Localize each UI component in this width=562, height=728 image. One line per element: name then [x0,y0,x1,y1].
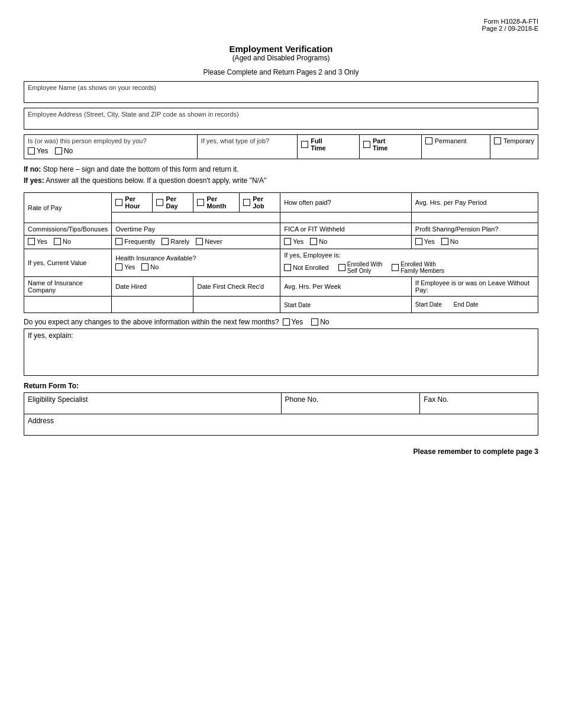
changes-no-box[interactable] [311,318,318,326]
health-no[interactable]: No [141,263,159,270]
page-info: Page 2 / 09-2018-E [24,25,538,32]
rate-value-cell [112,212,280,223]
not-enrolled-checkbox[interactable]: Not Enrolled [284,264,329,271]
enrolled-self-checkbox[interactable]: Enrolled WithSelf Only [338,261,382,274]
enrolled-family-label: Enrolled WithFamily Members [400,261,444,274]
per-hour-checkbox[interactable] [115,199,122,206]
changes-yes[interactable]: Yes [283,318,303,326]
comm-no-label: No [63,238,71,245]
per-job-checkbox[interactable] [243,199,250,206]
enrolled-family-checkbox[interactable]: Enrolled WithFamily Members [392,261,444,274]
leave-label: If Employee is or was on Leave Without P… [415,279,529,294]
avg-hrs-label: Avg. Hrs. per Pay Period [415,199,487,206]
profit-yes-box[interactable] [415,238,422,245]
yes-box[interactable] [28,147,35,154]
commissions-no[interactable]: No [54,238,71,245]
how-often-label: How often paid? [284,199,331,206]
employee-address-cell: Employee Address (Street, City, State an… [24,108,538,130]
avg-hrs-week-label: Avg. Hrs. Per Week [284,283,341,290]
temporary-checkbox[interactable] [494,137,501,144]
not-enrolled-box[interactable] [284,264,291,271]
health-yes-box[interactable] [115,263,122,270]
per-job-label: PerJob [253,195,264,210]
current-value-label-cell: If yes, Current Value [24,249,112,277]
date-first-check-cell: Date First Check Rec'd [193,277,280,297]
job-type-label: If yes, what type of job? [201,137,294,144]
date-hired-cell: Date Hired [112,277,193,297]
freq-label: Frequently [124,238,155,245]
yes-label: Yes [37,147,49,155]
frequently-checkbox[interactable]: Frequently [115,238,155,245]
remember-text: Please remember to complete page 3 [24,447,538,456]
fica-no-box[interactable] [310,238,317,245]
no-box[interactable] [55,147,62,154]
per-job-cell: PerJob [240,193,280,212]
part-time-checkbox[interactable] [363,141,370,148]
not-enrolled-label: Not Enrolled [293,264,329,271]
insurance-company-label: Name of Insurance Company [28,279,83,294]
commissions-label: Commissions/Tips/Bonuses [28,226,108,233]
profit-no-box[interactable] [441,238,448,245]
fica-no[interactable]: No [310,238,327,245]
commissions-yes[interactable]: Yes [28,238,47,245]
per-day-cell: PerDay [153,193,193,212]
health-no-box[interactable] [141,263,148,270]
enrolled-self-box[interactable] [338,264,345,271]
job-type-cell: If yes, what type of job? [197,135,298,159]
fica-yes[interactable]: Yes [284,238,303,245]
avg-hrs-cell: Avg. Hrs. per Pay Period [411,193,538,212]
rarely-label: Rarely [170,238,189,245]
fica-label-cell: FICA or FIT Withheld [280,223,412,236]
date-first-check-label: Date First Check Rec'd [197,283,264,290]
form-title: Employment Verification (Aged and Disabl… [24,44,538,62]
full-time-cell: FullTime [298,135,360,159]
leave-label-cell: If Employee is or was on Leave Without P… [411,277,538,297]
employee-name-label: Employee Name (as shows on your records) [28,84,534,91]
no-checkbox-employed[interactable]: No [55,147,73,155]
enrolled-family-box[interactable] [392,264,399,271]
health-yes[interactable]: Yes [115,263,135,270]
start-date-label2: Start Date [415,301,442,308]
leave-dates-cell: Start Date End Date [411,297,538,313]
profit-no-label: No [450,238,458,245]
changes-no[interactable]: No [311,318,329,326]
rarely-box[interactable] [162,238,169,245]
current-value-label: If yes, Current Value [28,259,86,266]
employee-name-table: Employee Name (as shows on your records) [24,81,538,103]
avg-hrs-week-cell: Avg. Hrs. Per Week [280,277,412,297]
comm-yes-box[interactable] [28,238,35,245]
full-time-checkbox[interactable] [301,141,308,148]
permanent-checkbox[interactable] [425,137,432,144]
rarely-checkbox[interactable]: Rarely [162,238,189,245]
yes-checkbox-employed[interactable]: Yes [28,147,49,155]
permanent-cell: Permanent [421,135,490,159]
comm-no-box[interactable] [54,238,61,245]
per-month-checkbox[interactable] [197,199,204,206]
per-day-checkbox[interactable] [156,199,163,206]
rate-of-pay-cell: Rate of Pay [24,193,112,223]
profit-no[interactable]: No [441,238,458,245]
address-label: Address [28,417,54,425]
freq-box[interactable] [115,238,122,245]
fica-no-label: No [319,238,327,245]
changes-yes-box[interactable] [283,318,290,326]
health-yes-label: Yes [124,263,135,270]
never-box[interactable] [196,238,203,245]
address-cell: Address [24,414,538,436]
fica-checkboxes-cell: Yes No [280,236,412,249]
employee-name-cell: Employee Name (as shows on your records) [24,82,538,103]
never-label: Never [205,238,222,245]
enrolled-self-label: Enrolled WithSelf Only [347,261,382,274]
avg-hrs-value-cell [411,212,538,223]
changes-question-row: Do you expect any changes to the above i… [24,318,538,326]
employed-question-cell: Is (or was) this person employed by you?… [24,135,198,159]
start-date-label: Start Date [284,302,408,308]
fica-yes-box[interactable] [284,238,291,245]
title-sub: (Aged and Disabled Programs) [24,54,538,62]
per-month-label: PerMonth [206,195,226,210]
title-main: Employment Verification [24,44,538,54]
insurance-company-label-cell: Name of Insurance Company [24,277,112,297]
date-hired-value-cell [112,297,193,313]
profit-yes[interactable]: Yes [415,238,435,245]
never-checkbox[interactable]: Never [196,238,222,245]
